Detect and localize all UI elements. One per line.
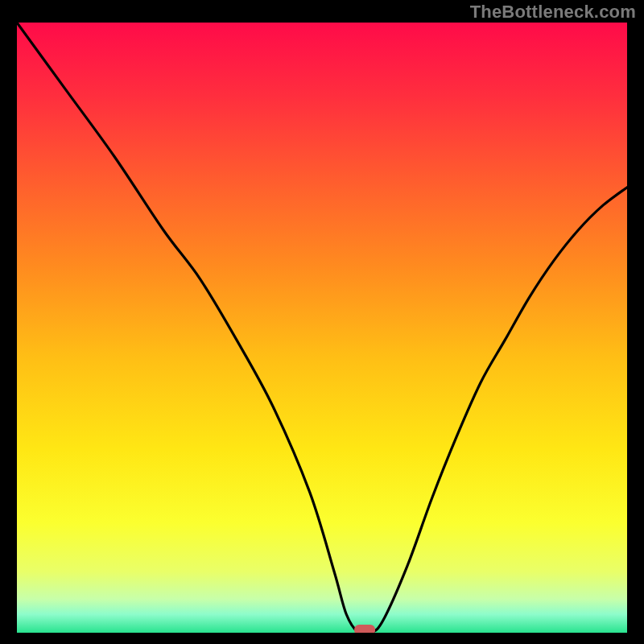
gradient-background — [17, 23, 627, 633]
bottleneck-chart — [17, 23, 627, 633]
optimum-marker — [354, 625, 375, 633]
plot-area — [17, 23, 627, 633]
chart-frame: TheBottleneck.com — [0, 0, 644, 644]
watermark-text: TheBottleneck.com — [470, 2, 636, 23]
